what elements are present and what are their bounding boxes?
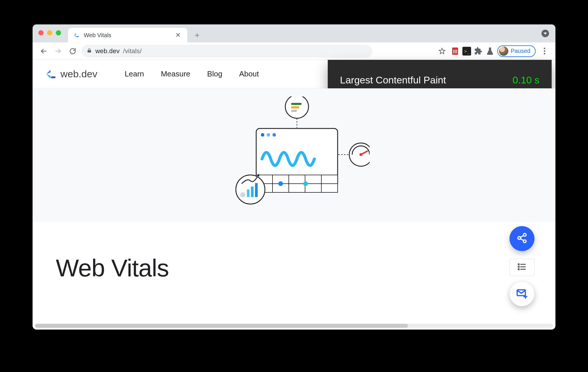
- svg-point-34: [236, 175, 265, 204]
- svg-rect-7: [456, 50, 457, 53]
- nav-measure[interactable]: Measure: [161, 69, 190, 78]
- svg-rect-10: [51, 76, 56, 78]
- svg-marker-3: [439, 48, 445, 54]
- svg-point-23: [278, 181, 283, 186]
- tab-strip: Web Vitals ✕ ＋: [33, 24, 555, 42]
- window-zoom-button[interactable]: [56, 30, 61, 35]
- list-icon: [517, 262, 527, 273]
- tab-close-button[interactable]: ✕: [174, 31, 182, 39]
- tab-title: Web Vitals: [84, 32, 170, 39]
- nav-back-button[interactable]: [38, 45, 49, 57]
- subscribe-fab[interactable]: [509, 281, 534, 306]
- share-fab[interactable]: [509, 226, 534, 251]
- url-host: web.dev: [95, 47, 120, 55]
- url-path: /vitals/: [123, 47, 142, 55]
- tab-favicon: [73, 32, 80, 38]
- page-viewport: web.dev Learn Measure Blog About SIGN IN: [33, 60, 555, 330]
- scrollbar-thumb[interactable]: [35, 324, 408, 328]
- svg-rect-36: [247, 189, 250, 197]
- profile-chip[interactable]: Paused: [497, 45, 536, 57]
- window-close-button[interactable]: [38, 30, 44, 35]
- mail-plus-icon: [516, 287, 528, 300]
- svg-point-46: [518, 266, 519, 267]
- svg-point-14: [261, 133, 264, 137]
- window-minimize-button[interactable]: [47, 30, 52, 35]
- site-brand[interactable]: web.dev: [45, 68, 97, 80]
- bookmark-button[interactable]: [436, 45, 448, 57]
- nav-blog[interactable]: Blog: [207, 69, 222, 78]
- svg-point-33: [359, 153, 362, 156]
- nav-learn[interactable]: Learn: [125, 69, 144, 78]
- browser-menu-button[interactable]: [539, 48, 550, 54]
- profile-avatar: [499, 46, 508, 56]
- vitals-row-lcp: Largest Contentful Paint 0.10 s: [340, 69, 539, 91]
- extension-icon-1[interactable]: [451, 47, 459, 56]
- extension-icon-2[interactable]: >_: [462, 47, 471, 56]
- svg-point-15: [267, 133, 270, 137]
- svg-rect-38: [255, 183, 258, 197]
- svg-rect-37: [251, 187, 254, 197]
- svg-text:>_: >_: [464, 49, 470, 54]
- browser-toolbar: web.dev/vitals/ >_ Paused: [33, 42, 555, 60]
- share-icon: [516, 233, 528, 245]
- svg-rect-27: [291, 103, 302, 105]
- profile-state: Paused: [511, 48, 530, 54]
- svg-point-48: [518, 269, 519, 270]
- svg-point-16: [272, 133, 276, 137]
- hero-illustration: [218, 96, 370, 219]
- svg-rect-28: [291, 106, 299, 108]
- vitals-lcp-label: Largest Contentful Paint: [340, 72, 446, 88]
- svg-rect-0: [76, 36, 79, 37]
- browser-tab[interactable]: Web Vitals ✕: [68, 28, 187, 42]
- vitals-lcp-value: 0.10 s: [512, 72, 539, 88]
- nav-forward-button[interactable]: [52, 45, 64, 57]
- svg-rect-5: [453, 50, 454, 53]
- hero-section: [33, 88, 555, 222]
- horizontal-scrollbar[interactable]: [35, 324, 553, 328]
- browser-window: Web Vitals ✕ ＋ web.dev/vitals/: [33, 24, 555, 330]
- tab-overflow-button[interactable]: [541, 30, 549, 37]
- svg-point-35: [240, 192, 245, 197]
- svg-line-42: [521, 235, 524, 237]
- window-controls: [38, 30, 61, 35]
- toc-button[interactable]: [509, 259, 534, 276]
- address-bar[interactable]: web.dev/vitals/: [81, 45, 372, 58]
- page-title: Web Vitals: [33, 222, 555, 282]
- svg-rect-29: [291, 110, 297, 112]
- svg-point-44: [518, 264, 519, 265]
- svg-line-43: [521, 239, 524, 240]
- site-brand-text: web.dev: [60, 68, 97, 80]
- lock-icon: [87, 47, 92, 55]
- site-nav: Learn Measure Blog About: [125, 69, 259, 78]
- webdev-logo-icon: [45, 69, 56, 80]
- svg-rect-6: [455, 50, 456, 53]
- nav-about[interactable]: About: [239, 69, 259, 78]
- labs-icon[interactable]: [486, 47, 494, 56]
- extensions-button[interactable]: [474, 47, 483, 56]
- svg-point-24: [303, 181, 308, 186]
- new-tab-button[interactable]: ＋: [191, 29, 203, 41]
- nav-reload-button[interactable]: [67, 45, 79, 57]
